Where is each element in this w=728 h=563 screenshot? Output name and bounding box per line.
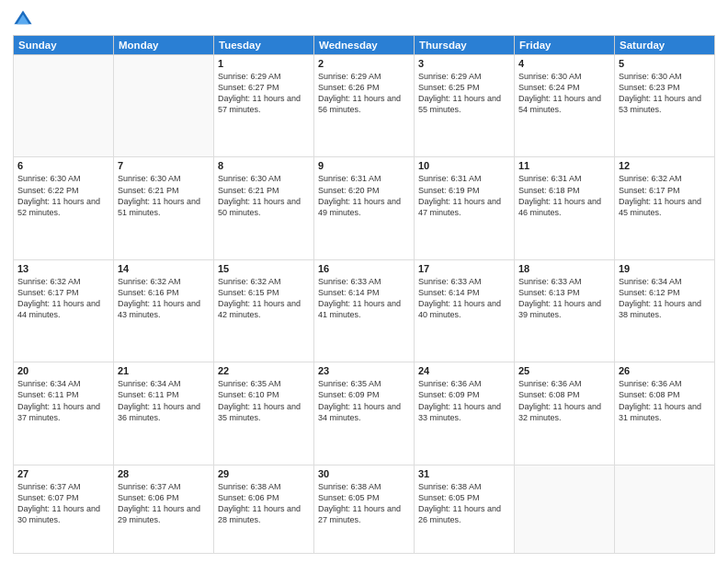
day-number: 6 (17, 160, 109, 171)
calendar-header-friday: Friday (515, 36, 615, 55)
day-number: 24 (418, 365, 510, 376)
calendar-cell: 20Sunrise: 6:34 AMSunset: 6:11 PMDayligh… (14, 362, 114, 465)
calendar-cell: 28Sunrise: 6:37 AMSunset: 6:06 PMDayligh… (114, 465, 214, 553)
calendar-cell: 1Sunrise: 6:29 AMSunset: 6:27 PMDaylight… (214, 55, 314, 157)
calendar-cell (14, 55, 114, 157)
day-info: Sunrise: 6:32 AMSunset: 6:15 PMDaylight:… (218, 276, 310, 321)
day-info: Sunrise: 6:35 AMSunset: 6:10 PMDaylight:… (218, 378, 310, 423)
calendar-cell (114, 55, 214, 157)
day-info: Sunrise: 6:32 AMSunset: 6:17 PMDaylight:… (619, 173, 711, 218)
day-info: Sunrise: 6:37 AMSunset: 6:06 PMDaylight:… (118, 481, 210, 526)
calendar-cell: 9Sunrise: 6:31 AMSunset: 6:20 PMDaylight… (314, 157, 415, 259)
header (13, 9, 715, 29)
calendar-header-row: SundayMondayTuesdayWednesdayThursdayFrid… (14, 36, 715, 55)
calendar-cell: 31Sunrise: 6:38 AMSunset: 6:05 PMDayligh… (415, 465, 515, 553)
day-number: 10 (418, 160, 510, 171)
day-number: 30 (318, 468, 410, 479)
day-number: 12 (619, 160, 711, 171)
day-info: Sunrise: 6:34 AMSunset: 6:11 PMDaylight:… (118, 378, 210, 423)
day-info: Sunrise: 6:38 AMSunset: 6:05 PMDaylight:… (418, 481, 510, 526)
day-info: Sunrise: 6:30 AMSunset: 6:24 PMDaylight:… (518, 71, 610, 116)
day-number: 28 (118, 468, 210, 479)
day-info: Sunrise: 6:36 AMSunset: 6:09 PMDaylight:… (418, 378, 510, 423)
day-number: 5 (619, 58, 711, 69)
page: SundayMondayTuesdayWednesdayThursdayFrid… (0, 0, 728, 563)
day-number: 15 (218, 263, 310, 274)
day-info: Sunrise: 6:30 AMSunset: 6:21 PMDaylight:… (218, 173, 310, 218)
day-info: Sunrise: 6:31 AMSunset: 6:19 PMDaylight:… (418, 173, 510, 218)
day-info: Sunrise: 6:38 AMSunset: 6:06 PMDaylight:… (218, 481, 310, 526)
day-info: Sunrise: 6:33 AMSunset: 6:13 PMDaylight:… (518, 276, 610, 321)
day-number: 27 (17, 468, 109, 479)
calendar-cell: 10Sunrise: 6:31 AMSunset: 6:19 PMDayligh… (415, 157, 515, 259)
logo-icon (13, 9, 33, 29)
day-number: 17 (418, 263, 510, 274)
day-number: 4 (518, 58, 610, 69)
calendar-cell: 22Sunrise: 6:35 AMSunset: 6:10 PMDayligh… (214, 362, 314, 465)
calendar-header-saturday: Saturday (615, 36, 715, 55)
day-number: 22 (218, 365, 310, 376)
day-info: Sunrise: 6:29 AMSunset: 6:26 PMDaylight:… (318, 71, 410, 116)
day-number: 25 (518, 365, 610, 376)
calendar-cell: 25Sunrise: 6:36 AMSunset: 6:08 PMDayligh… (515, 362, 615, 465)
day-number: 8 (218, 160, 310, 171)
calendar-cell: 21Sunrise: 6:34 AMSunset: 6:11 PMDayligh… (114, 362, 214, 465)
day-info: Sunrise: 6:31 AMSunset: 6:18 PMDaylight:… (518, 173, 610, 218)
calendar-cell: 27Sunrise: 6:37 AMSunset: 6:07 PMDayligh… (14, 465, 114, 553)
day-number: 2 (318, 58, 410, 69)
calendar-cell: 5Sunrise: 6:30 AMSunset: 6:23 PMDaylight… (615, 55, 715, 157)
day-number: 13 (17, 263, 109, 274)
day-info: Sunrise: 6:35 AMSunset: 6:09 PMDaylight:… (318, 378, 410, 423)
calendar-week-5: 27Sunrise: 6:37 AMSunset: 6:07 PMDayligh… (14, 465, 715, 553)
day-number: 31 (418, 468, 510, 479)
day-number: 7 (118, 160, 210, 171)
calendar-table: SundayMondayTuesdayWednesdayThursdayFrid… (13, 35, 715, 554)
day-number: 9 (318, 160, 410, 171)
day-number: 11 (518, 160, 610, 171)
calendar-week-2: 6Sunrise: 6:30 AMSunset: 6:22 PMDaylight… (14, 157, 715, 259)
calendar-cell: 19Sunrise: 6:34 AMSunset: 6:12 PMDayligh… (615, 259, 715, 362)
calendar-cell: 7Sunrise: 6:30 AMSunset: 6:21 PMDaylight… (114, 157, 214, 259)
calendar-header-wednesday: Wednesday (314, 36, 415, 55)
calendar-cell: 6Sunrise: 6:30 AMSunset: 6:22 PMDaylight… (14, 157, 114, 259)
day-info: Sunrise: 6:38 AMSunset: 6:05 PMDaylight:… (318, 481, 410, 526)
day-number: 29 (218, 468, 310, 479)
day-number: 16 (318, 263, 410, 274)
calendar-cell: 15Sunrise: 6:32 AMSunset: 6:15 PMDayligh… (214, 259, 314, 362)
calendar-cell: 2Sunrise: 6:29 AMSunset: 6:26 PMDaylight… (314, 55, 415, 157)
day-number: 21 (118, 365, 210, 376)
calendar-header-thursday: Thursday (415, 36, 515, 55)
calendar-cell: 8Sunrise: 6:30 AMSunset: 6:21 PMDaylight… (214, 157, 314, 259)
day-info: Sunrise: 6:34 AMSunset: 6:11 PMDaylight:… (17, 378, 109, 423)
calendar-cell (515, 465, 615, 553)
day-number: 1 (218, 58, 310, 69)
calendar-week-3: 13Sunrise: 6:32 AMSunset: 6:17 PMDayligh… (14, 259, 715, 362)
day-info: Sunrise: 6:32 AMSunset: 6:16 PMDaylight:… (118, 276, 210, 321)
day-info: Sunrise: 6:32 AMSunset: 6:17 PMDaylight:… (17, 276, 109, 321)
day-info: Sunrise: 6:33 AMSunset: 6:14 PMDaylight:… (418, 276, 510, 321)
calendar-cell: 4Sunrise: 6:30 AMSunset: 6:24 PMDaylight… (515, 55, 615, 157)
day-info: Sunrise: 6:33 AMSunset: 6:14 PMDaylight:… (318, 276, 410, 321)
day-info: Sunrise: 6:34 AMSunset: 6:12 PMDaylight:… (619, 276, 711, 321)
calendar-cell: 23Sunrise: 6:35 AMSunset: 6:09 PMDayligh… (314, 362, 415, 465)
calendar-cell: 26Sunrise: 6:36 AMSunset: 6:08 PMDayligh… (615, 362, 715, 465)
day-info: Sunrise: 6:30 AMSunset: 6:23 PMDaylight:… (619, 71, 711, 116)
calendar-cell: 17Sunrise: 6:33 AMSunset: 6:14 PMDayligh… (415, 259, 515, 362)
day-number: 20 (17, 365, 109, 376)
logo (13, 9, 37, 29)
day-number: 18 (518, 263, 610, 274)
calendar-week-1: 1Sunrise: 6:29 AMSunset: 6:27 PMDaylight… (14, 55, 715, 157)
calendar-cell (615, 465, 715, 553)
day-number: 26 (619, 365, 711, 376)
day-number: 3 (418, 58, 510, 69)
day-info: Sunrise: 6:36 AMSunset: 6:08 PMDaylight:… (518, 378, 610, 423)
calendar-cell: 13Sunrise: 6:32 AMSunset: 6:17 PMDayligh… (14, 259, 114, 362)
day-info: Sunrise: 6:30 AMSunset: 6:21 PMDaylight:… (118, 173, 210, 218)
calendar-cell: 29Sunrise: 6:38 AMSunset: 6:06 PMDayligh… (214, 465, 314, 553)
day-number: 23 (318, 365, 410, 376)
calendar-header-sunday: Sunday (14, 36, 114, 55)
day-number: 14 (118, 263, 210, 274)
calendar-cell: 3Sunrise: 6:29 AMSunset: 6:25 PMDaylight… (415, 55, 515, 157)
calendar-cell: 14Sunrise: 6:32 AMSunset: 6:16 PMDayligh… (114, 259, 214, 362)
day-info: Sunrise: 6:29 AMSunset: 6:25 PMDaylight:… (418, 71, 510, 116)
